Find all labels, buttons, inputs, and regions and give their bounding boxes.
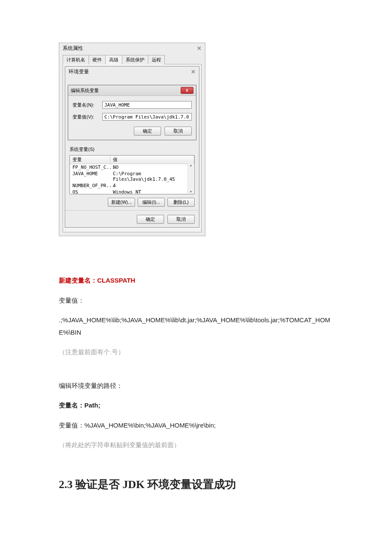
system-variables-list[interactable]: 变量 值 FP_NO_HOST_C... NO JAVA_HOME C:\Pro… bbox=[69, 155, 195, 194]
system-properties-body: 环境变量 ✕ 编辑系统变量 x 变量名(N): bbox=[63, 64, 202, 232]
edit-body: 变量名(N): 变量值(V): 确定 取消 bbox=[68, 96, 196, 140]
ok-button[interactable]: 确定 bbox=[134, 127, 161, 136]
new-button[interactable]: 新建(W)... bbox=[108, 198, 135, 207]
close-icon: x bbox=[186, 88, 188, 92]
var-value-label: 变量值： bbox=[59, 295, 333, 307]
variable-value-row: 变量值(V): bbox=[72, 113, 192, 121]
note-dot: （注意最前面有个.号） bbox=[59, 346, 333, 358]
edit-titlebar: 编辑系统变量 x bbox=[68, 85, 196, 96]
row-name: FP_NO_HOST_C... bbox=[70, 165, 110, 170]
edit-dialog-title: 编辑系统变量 bbox=[71, 87, 99, 94]
close-icon[interactable]: ✕ bbox=[197, 45, 202, 52]
row-value: C:\Program Files\Java\jdk1.7.0_45 bbox=[110, 171, 194, 182]
classpath-heading: 新建变量名：CLASSPATH bbox=[59, 275, 333, 287]
row-value: NO bbox=[110, 165, 194, 170]
delete-button[interactable]: 删除(L) bbox=[167, 198, 195, 207]
table-row[interactable]: JAVA_HOME C:\Program Files\Java\jdk1.7.0… bbox=[70, 171, 194, 182]
path-value-label: 变量值： bbox=[59, 422, 84, 429]
row-value: 4 bbox=[110, 183, 194, 188]
row-value: Windows_NT bbox=[110, 189, 194, 194]
path-name-prefix: 变量名： bbox=[59, 402, 84, 409]
path-value-line: 变量值：%JAVA_HOME%\bin;%JAVA_HOME%\jre\bin; bbox=[59, 419, 333, 432]
classpath-value: .;%JAVA_HOME%\lib;%JAVA_HOME%\lib\dt.jar… bbox=[59, 314, 333, 338]
column-variable: 变量 bbox=[70, 156, 110, 164]
list-rows: FP_NO_HOST_C... NO JAVA_HOME C:\Program … bbox=[70, 164, 194, 194]
column-value: 值 bbox=[110, 156, 194, 164]
table-row[interactable]: OS Windows_NT bbox=[70, 189, 194, 194]
tab-advanced[interactable]: 高级 bbox=[105, 55, 122, 64]
row-name: JAVA_HOME bbox=[70, 171, 110, 182]
note-paste: （将此处的字符串粘贴到变量值的最前面） bbox=[59, 439, 333, 451]
cancel-button[interactable]: 取消 bbox=[167, 215, 195, 224]
edit-button[interactable]: 编辑(I)... bbox=[138, 198, 165, 207]
row-name: OS bbox=[70, 189, 110, 194]
variable-value-label: 变量值(V): bbox=[72, 114, 102, 120]
variable-name-row: 变量名(N): bbox=[72, 101, 192, 109]
system-properties-titlebar: 系统属性 ✕ bbox=[59, 43, 205, 55]
tabs-bar: 计算机名 硬件 高级 系统保护 远程 bbox=[63, 55, 202, 64]
table-row[interactable]: FP_NO_HOST_C... NO bbox=[70, 164, 194, 171]
path-name-value: Path; bbox=[84, 402, 101, 409]
edit-system-variable-dialog: 编辑系统变量 x 变量名(N): 变量值(V): bbox=[68, 85, 196, 140]
system-properties-window: 系统属性 ✕ 计算机名 硬件 高级 系统保护 远程 环境变量 ✕ 编辑系统变量 bbox=[59, 43, 205, 236]
env-title: 环境变量 bbox=[69, 68, 89, 75]
system-variables-label: 系统变量(S) bbox=[69, 146, 195, 153]
path-value: %JAVA_HOME%\bin;%JAVA_HOME%\jre\bin; bbox=[84, 422, 216, 429]
document-body: 新建变量名：CLASSPATH 变量值： .;%JAVA_HOME%\lib;%… bbox=[0, 275, 392, 492]
heading-2-3: 2.3 验证是否 JDK 环境变量设置成功 bbox=[59, 477, 333, 492]
classpath-name: CLASSPATH bbox=[97, 277, 135, 284]
env-dialog-footer: 确定 取消 bbox=[65, 210, 199, 227]
tab-hardware[interactable]: 硬件 bbox=[89, 55, 106, 64]
list-header: 变量 值 bbox=[70, 156, 194, 164]
scrollbar[interactable] bbox=[187, 163, 194, 194]
table-row[interactable]: NUMBER_OF_PR... 4 bbox=[70, 182, 194, 189]
edit-dialog-buttons: 确定 取消 bbox=[72, 125, 192, 136]
cancel-button[interactable]: 取消 bbox=[164, 127, 192, 136]
tab-remote[interactable]: 远程 bbox=[148, 55, 165, 64]
tab-computer-name[interactable]: 计算机名 bbox=[63, 55, 89, 64]
variable-name-label: 变量名(N): bbox=[72, 102, 102, 108]
window-title: 系统属性 bbox=[63, 45, 83, 52]
classpath-prefix: 新建变量名： bbox=[59, 277, 97, 284]
row-name: NUMBER_OF_PR... bbox=[70, 183, 110, 188]
close-icon[interactable]: ✕ bbox=[191, 69, 196, 75]
edit-path-label: 编辑环境变量的路径： bbox=[59, 380, 333, 392]
system-variables-buttons: 新建(W)... 编辑(I)... 删除(L) bbox=[69, 198, 195, 207]
system-variables-group: 系统变量(S) 变量 值 FP_NO_HOST_C... NO bbox=[69, 146, 195, 207]
variable-name-input[interactable] bbox=[102, 101, 192, 109]
tab-system-protection[interactable]: 系统保护 bbox=[122, 55, 148, 64]
close-button[interactable]: x bbox=[181, 87, 193, 94]
variable-value-input[interactable] bbox=[102, 113, 192, 121]
path-name-line: 变量名：Path; bbox=[59, 399, 333, 412]
env-variables-dialog: 环境变量 ✕ 编辑系统变量 x 变量名(N): bbox=[65, 66, 199, 228]
ok-button[interactable]: 确定 bbox=[137, 215, 164, 224]
env-titlebar: 环境变量 ✕ bbox=[65, 66, 199, 78]
